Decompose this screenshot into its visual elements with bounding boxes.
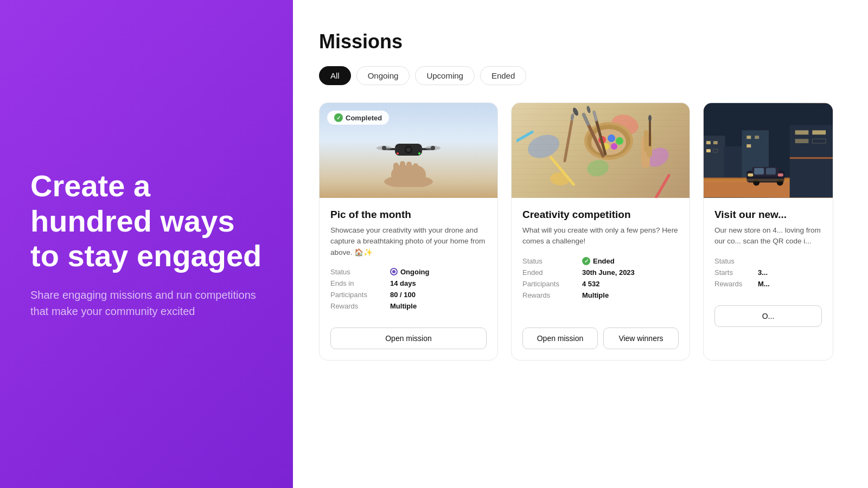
hero-title: Create a hundred ways to stay engaged bbox=[30, 169, 263, 273]
svg-rect-70 bbox=[795, 139, 809, 143]
drone-illustration bbox=[354, 117, 463, 187]
svg-rect-73 bbox=[790, 157, 833, 159]
status-label-2: Status bbox=[522, 257, 582, 265]
ends-in-label: Ends in bbox=[330, 279, 390, 287]
badge-label: Completed bbox=[346, 114, 382, 122]
ends-in-value: 14 days bbox=[390, 279, 416, 287]
meta-participants-row: Participants 80 / 100 bbox=[330, 291, 487, 299]
svg-rect-36 bbox=[563, 119, 573, 163]
card-body-2: Creativity competition What will you cre… bbox=[512, 198, 690, 328]
rewards-value-2: Multiple bbox=[582, 291, 609, 299]
svg-point-13 bbox=[382, 146, 386, 150]
svg-point-35 bbox=[586, 105, 591, 113]
svg-rect-52 bbox=[706, 149, 711, 152]
svg-point-19 bbox=[586, 158, 610, 178]
card-footer-1: Open mission bbox=[320, 328, 497, 360]
ongoing-dot-icon bbox=[390, 268, 398, 275]
city-illustration bbox=[704, 103, 833, 198]
svg-rect-61 bbox=[754, 168, 764, 175]
status-value: Ongoing bbox=[390, 268, 429, 276]
rewards-label-1: Rewards bbox=[330, 302, 390, 310]
meta-status-row-3: Status bbox=[714, 257, 822, 265]
status-value-2: ✓ Ended bbox=[582, 257, 615, 265]
filter-all[interactable]: All bbox=[319, 66, 351, 85]
filter-ended[interactable]: Ended bbox=[480, 66, 526, 85]
svg-point-26 bbox=[608, 134, 615, 142]
meta-status-row: Status Ongoing bbox=[330, 268, 487, 276]
svg-rect-56 bbox=[746, 144, 751, 147]
svg-point-15 bbox=[397, 152, 399, 155]
svg-point-17 bbox=[525, 131, 563, 162]
mission-card-3: Visit our new... Our new store on 4... l… bbox=[703, 102, 833, 361]
open-mission-button-2[interactable]: Open mission bbox=[522, 328, 598, 349]
meta-status-row-2: Status ✓ Ended bbox=[522, 257, 679, 265]
svg-rect-51 bbox=[713, 141, 718, 144]
view-winners-button[interactable]: View winners bbox=[603, 328, 679, 349]
card-desc-1: Showcase your creativity with your drone… bbox=[330, 225, 487, 258]
card-title-2: Creativity competition bbox=[522, 209, 679, 221]
filter-tabs: All Ongoing Upcoming Ended bbox=[319, 66, 842, 85]
svg-rect-53 bbox=[713, 149, 718, 152]
svg-rect-4 bbox=[406, 162, 412, 175]
participants-label-2: Participants bbox=[522, 280, 582, 288]
meta-participants-row-2: Participants 4 532 bbox=[522, 280, 679, 288]
open-mission-button-3[interactable]: O... bbox=[714, 305, 822, 327]
card-title-1: Pic of the month bbox=[330, 209, 487, 221]
participants-value-1: 80 / 100 bbox=[390, 291, 416, 299]
card-desc-2: What will you create with only a few pen… bbox=[522, 225, 679, 247]
meta-ends-row: Ends in 14 days bbox=[330, 279, 487, 287]
card-image-city bbox=[704, 103, 833, 198]
svg-point-42 bbox=[648, 115, 652, 121]
card-image-art bbox=[512, 103, 690, 198]
meta-rewards-row-1: Rewards Multiple bbox=[330, 302, 487, 310]
filter-upcoming[interactable]: Upcoming bbox=[415, 66, 475, 85]
meta-rewards-row-2: Rewards Multiple bbox=[522, 291, 679, 299]
svg-rect-54 bbox=[746, 136, 751, 139]
svg-rect-44 bbox=[651, 174, 671, 198]
meta-ended-row: Ended 30th June, 2023 bbox=[522, 268, 679, 277]
svg-rect-31 bbox=[582, 112, 590, 126]
card-meta-1: Status Ongoing Ends in 14 days Participa… bbox=[330, 268, 487, 310]
card-desc-3: Our new store on 4... loving from our co… bbox=[714, 225, 822, 247]
open-mission-button-1[interactable]: Open mission bbox=[330, 328, 487, 349]
svg-rect-69 bbox=[795, 130, 809, 134]
starts-value: 3... bbox=[758, 268, 768, 277]
rewards-label-3: Rewards bbox=[714, 280, 758, 288]
status-label: Status bbox=[330, 268, 390, 276]
ended-check-icon: ✓ bbox=[582, 257, 590, 265]
svg-rect-3 bbox=[400, 161, 405, 175]
rewards-label-2: Rewards bbox=[522, 291, 582, 299]
page-title: Missions bbox=[319, 30, 842, 53]
card-meta-3: Status Starts 3... Rewards M... bbox=[714, 257, 822, 288]
starts-label: Starts bbox=[714, 268, 758, 277]
participants-value-2: 4 532 bbox=[582, 280, 600, 288]
svg-rect-64 bbox=[778, 174, 783, 177]
filter-ongoing[interactable]: Ongoing bbox=[356, 66, 410, 85]
rewards-value-1: Multiple bbox=[390, 302, 417, 310]
status-label-3: Status bbox=[714, 257, 758, 265]
svg-point-16 bbox=[418, 152, 420, 155]
check-icon: ✓ bbox=[334, 113, 343, 122]
cards-row: ✓ Completed Pic of the month Showcase yo… bbox=[319, 102, 842, 361]
svg-point-29 bbox=[611, 143, 617, 150]
svg-point-14 bbox=[431, 146, 435, 150]
svg-rect-5 bbox=[413, 163, 418, 175]
svg-rect-41 bbox=[649, 119, 651, 146]
completed-badge: ✓ Completed bbox=[327, 111, 389, 125]
card-footer-2: Open mission View winners bbox=[512, 328, 690, 360]
card-meta-2: Status ✓ Ended Ended 30th June, 2023 Par… bbox=[522, 257, 679, 299]
participants-label-1: Participants bbox=[330, 291, 390, 299]
card-body-3: Visit our new... Our new store on 4... l… bbox=[704, 198, 833, 305]
svg-point-27 bbox=[616, 137, 623, 145]
meta-starts-row: Starts 3... bbox=[714, 268, 822, 277]
card-body-1: Pic of the month Showcase your creativit… bbox=[320, 198, 497, 328]
ended-value: 30th June, 2023 bbox=[582, 268, 635, 277]
hero-subtitle: Share engaging missions and run competit… bbox=[30, 287, 263, 319]
art-illustration bbox=[516, 103, 685, 198]
svg-rect-2 bbox=[393, 163, 399, 176]
svg-rect-62 bbox=[766, 168, 776, 175]
svg-rect-40 bbox=[644, 130, 648, 152]
svg-rect-34 bbox=[592, 111, 598, 122]
right-panel: Missions All Ongoing Upcoming Ended bbox=[293, 0, 868, 488]
svg-rect-71 bbox=[812, 130, 826, 134]
